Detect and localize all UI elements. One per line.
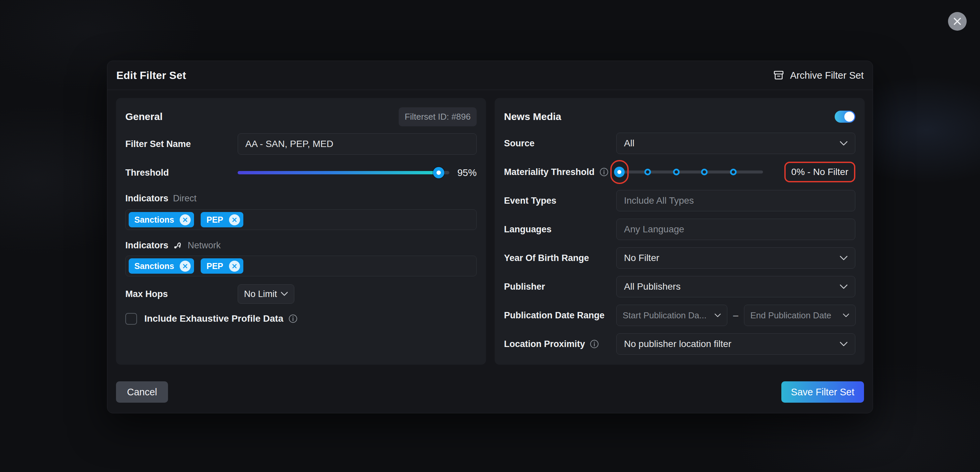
source-select[interactable]: All: [616, 133, 855, 154]
toggle-knob: [844, 112, 854, 122]
threshold-value: 95%: [457, 167, 477, 178]
chip-remove-button[interactable]: [180, 261, 191, 272]
location-proximity-label: Location Proximity: [504, 339, 616, 349]
general-panel: General Filterset ID: #896 Filter Set Na…: [116, 98, 486, 365]
news-media-toggle[interactable]: [835, 111, 855, 123]
materiality-threshold-label: Materiality Threshold: [504, 167, 616, 177]
location-proximity-value: No publisher location filter: [624, 339, 731, 349]
save-filter-set-button[interactable]: Save Filter Set: [781, 381, 864, 403]
event-types-input[interactable]: Include All Types: [616, 190, 855, 211]
indicators-network-label: Indicators Network: [125, 240, 238, 251]
materiality-step-1[interactable]: [644, 168, 651, 175]
year-of-birth-range-label: Year Of Birth Range: [504, 253, 616, 263]
indicators-network-mode: Network: [188, 240, 221, 251]
chevron-down-icon: [281, 292, 288, 296]
materiality-step-2[interactable]: [673, 168, 680, 175]
chevron-down-icon: [714, 313, 721, 318]
indicator-chip-sanctions-network[interactable]: Sanctions: [129, 258, 194, 274]
source-label: Source: [504, 138, 616, 149]
materiality-slider-row: 0% - No Filter: [616, 161, 855, 183]
publisher-label: Publisher: [504, 282, 616, 292]
chip-remove-button[interactable]: [229, 215, 240, 225]
chevron-down-icon: [840, 342, 848, 346]
materiality-step-0[interactable]: [614, 167, 625, 177]
modal-body: General Filterset ID: #896 Filter Set Na…: [107, 90, 873, 365]
publication-date-range-label: Publication Date Range: [504, 310, 616, 321]
max-hops-value: No Limit: [244, 289, 277, 299]
materiality-step-3[interactable]: [701, 168, 708, 175]
modal-footer: Cancel Save Filter Set: [107, 365, 873, 403]
materiality-slider-track: [619, 171, 763, 174]
filter-set-name-value: AA - SAN, PEP, MED: [245, 139, 333, 149]
archive-filter-set-button[interactable]: Archive Filter Set: [773, 70, 864, 81]
filter-set-name-label: Filter Set Name: [125, 139, 238, 149]
materiality-slider[interactable]: [616, 161, 766, 183]
threshold-label: Threshold: [125, 168, 238, 178]
indicators-direct-chips-box[interactable]: Sanctions PEP: [125, 209, 477, 230]
exhaustive-profile-label: Include Exhaustive Profile Data: [144, 313, 283, 324]
close-icon: [953, 17, 962, 26]
news-media-panel-title: News Media: [504, 111, 562, 122]
materiality-value: 0% - No Filter: [791, 167, 848, 177]
indicator-chip-sanctions-direct[interactable]: Sanctions: [129, 212, 194, 227]
modal-title: Edit Filter Set: [116, 69, 186, 82]
overlay-close-button[interactable]: [948, 12, 967, 31]
archive-icon: [773, 70, 784, 81]
year-of-birth-range-value: No Filter: [624, 253, 659, 263]
indicators-direct-mode: Direct: [173, 193, 197, 203]
indicators-network-chips-box[interactable]: Sanctions PEP: [125, 256, 477, 277]
edit-filter-set-modal: Edit Filter Set Archive Filter Set Gener…: [107, 61, 873, 413]
publisher-value: All Publishers: [624, 281, 681, 292]
news-media-panel: News Media Source All Materiality Thresh…: [495, 98, 865, 365]
publisher-select[interactable]: All Publishers: [616, 276, 855, 297]
general-panel-title: General: [125, 111, 163, 122]
materiality-step-4[interactable]: [730, 168, 737, 175]
chevron-down-icon: [840, 284, 848, 289]
chevron-down-icon: [840, 256, 848, 261]
threshold-slider-thumb[interactable]: [433, 167, 444, 178]
languages-input[interactable]: Any Language: [616, 219, 855, 240]
chip-remove-button[interactable]: [180, 215, 191, 225]
end-publication-date-select[interactable]: End Publication Date: [744, 305, 856, 326]
languages-placeholder: Any Language: [624, 224, 684, 235]
modal-header: Edit Filter Set Archive Filter Set: [107, 61, 873, 90]
year-of-birth-range-select[interactable]: No Filter: [616, 247, 855, 269]
event-types-label: Event Types: [504, 195, 616, 206]
indicators-direct-label: Indicators Direct: [125, 193, 238, 203]
date-range-separator: –: [727, 310, 744, 321]
end-publication-date-placeholder: End Publication Date: [750, 310, 831, 321]
exhaustive-profile-checkbox[interactable]: [125, 313, 137, 325]
archive-label: Archive Filter Set: [790, 70, 864, 81]
threshold-slider[interactable]: [238, 171, 449, 174]
max-hops-select[interactable]: No Limit: [238, 284, 294, 304]
info-icon: [599, 167, 609, 176]
chevron-down-icon: [843, 313, 850, 318]
start-publication-date-placeholder: Start Publication Da...: [623, 310, 706, 321]
indicator-chip-pep-direct[interactable]: PEP: [200, 212, 243, 227]
chevron-down-icon: [840, 141, 848, 146]
filterset-id-badge: Filterset ID: #896: [399, 107, 477, 126]
max-hops-label: Max Hops: [125, 289, 238, 299]
location-proximity-select[interactable]: No publisher location filter: [616, 333, 855, 355]
filter-set-name-input[interactable]: AA - SAN, PEP, MED: [238, 133, 477, 155]
event-types-placeholder: Include All Types: [624, 195, 694, 206]
languages-label: Languages: [504, 224, 616, 235]
info-icon: [590, 339, 599, 349]
network-icon: [173, 240, 183, 250]
materiality-value-annotated: 0% - No Filter: [784, 162, 855, 182]
indicator-chip-pep-network[interactable]: PEP: [200, 258, 243, 274]
start-publication-date-select[interactable]: Start Publication Da...: [616, 305, 727, 326]
info-icon: [288, 314, 298, 323]
threshold-slider-fill: [238, 171, 439, 174]
chip-remove-button[interactable]: [229, 261, 240, 272]
source-value: All: [624, 138, 634, 149]
cancel-button[interactable]: Cancel: [116, 381, 168, 403]
